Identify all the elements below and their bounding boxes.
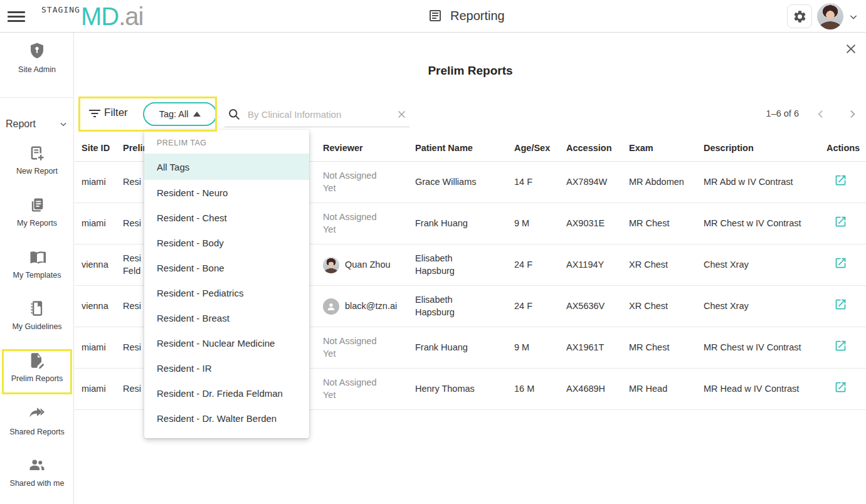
cell-reviewer: Quan Zhou [345, 259, 391, 271]
cell-age-sex: 9 M [514, 342, 566, 354]
cell-age-sex: 16 M [514, 383, 566, 396]
launch-icon[interactable] [834, 256, 847, 270]
cell-exam: XR Chest [629, 259, 704, 271]
sidebar-item-my-reports[interactable]: My Reports [0, 196, 74, 228]
chevron-right-icon[interactable] [846, 108, 858, 120]
cell-patient: Frank Huang [415, 218, 468, 230]
my-templates-icon [28, 248, 46, 266]
col-actions: Actions [826, 143, 861, 153]
launch-icon[interactable] [834, 339, 847, 352]
cell-patient: Henry Thomas [415, 383, 475, 396]
chevron-down-icon[interactable] [848, 12, 858, 22]
sidebar-section-report[interactable]: Report [0, 115, 74, 134]
gear-icon [793, 9, 807, 24]
new-report-icon [28, 144, 46, 162]
sidebar-item-label: Shared Reports [9, 428, 65, 436]
dropdown-header: PRELIM TAG [144, 130, 309, 154]
dropdown-item[interactable]: Resident - Nuclear Medicine [144, 330, 309, 355]
cell-site-id: miami [82, 218, 123, 230]
sidebar-item-label: My Reports [17, 219, 57, 228]
cell-accession: AX7894W [566, 176, 629, 189]
close-icon[interactable] [843, 41, 858, 56]
chevron-left-icon[interactable] [815, 108, 827, 120]
settings-button[interactable] [787, 4, 812, 28]
cell-patient: Frank Huang [415, 342, 468, 354]
tag-filter-dropdown-button[interactable]: Tag: All [143, 102, 217, 126]
sidebar: Site Admin Report New Report My Reports … [0, 33, 74, 504]
cell-reviewer: Not Assigned Yet [323, 170, 389, 194]
cell-reviewer: Not Assigned Yet [323, 377, 389, 401]
cell-site-id: vienna [82, 300, 123, 313]
launch-icon[interactable] [834, 215, 847, 228]
sidebar-item-shared-reports[interactable]: Shared Reports [0, 404, 74, 436]
reporting-doc-icon [428, 8, 443, 23]
dropdown-item[interactable]: Resident - Dr. Walter Berden [144, 406, 309, 431]
sidebar-item-label: Shared with me [10, 479, 65, 488]
clinical-search [224, 102, 409, 127]
dropdown-item[interactable]: Resident - Chest [144, 205, 309, 230]
reporting-header: Reporting [428, 8, 505, 23]
launch-icon[interactable] [834, 174, 847, 187]
cell-patient: Elisabeth Hapsburg [415, 294, 483, 318]
cell-accession: AX9031E [566, 218, 629, 230]
cell-patient: Elisabeth Hapsburg [415, 253, 483, 277]
topbar: STAGING MD.ai Reporting [0, 0, 866, 33]
user-avatar[interactable] [817, 3, 843, 29]
sidebar-item-label: My Guidelines [12, 322, 61, 331]
my-guidelines-icon [28, 300, 46, 317]
col-age-sex: Age/Sex [514, 143, 566, 153]
chevron-down-icon [59, 120, 68, 129]
dropdown-item[interactable]: Resident - Neuro [144, 180, 309, 205]
shared-with-me-icon [28, 455, 46, 474]
sidebar-item-my-templates[interactable]: My Templates [0, 248, 74, 280]
col-reviewer: Reviewer [323, 143, 415, 153]
prelim-reports-icon [28, 352, 46, 369]
cell-site-id: miami [82, 342, 123, 354]
cell-exam: MR Head [629, 383, 704, 396]
dropdown-item[interactable]: Resident - Body [144, 230, 309, 255]
pagination-range: 1–6 of 6 [766, 108, 799, 118]
person-icon [323, 298, 339, 315]
sidebar-item-label: Prelim Reports [11, 374, 63, 383]
col-site-id: Site ID [82, 143, 123, 153]
mdai-logo: MD.ai [81, 3, 143, 31]
cell-description: MR Head w IV Contrast [704, 383, 826, 396]
cell-age-sex: 14 F [514, 176, 566, 189]
cell-description: MR Abd w IV Contrast [704, 176, 826, 189]
cell-description: Chest Xray [704, 259, 826, 271]
reviewer-avatar [323, 257, 339, 273]
cell-exam: MR Chest [629, 342, 704, 354]
cell-patient: Grace Williams [415, 176, 476, 189]
cell-reviewer: Not Assigned Yet [323, 211, 389, 236]
col-description: Description [704, 143, 826, 153]
cell-accession: AX4689H [566, 383, 629, 396]
search-input[interactable] [248, 109, 396, 120]
dropdown-item[interactable]: Resident - Breast [144, 305, 309, 330]
dropdown-item[interactable]: Resident - Pediatrics [144, 280, 309, 305]
launch-icon[interactable] [834, 298, 847, 311]
dropdown-item-all-tags[interactable]: All Tags [144, 154, 309, 180]
col-exam: Exam [629, 143, 704, 153]
prelim-tag-dropdown: PRELIM TAG All Tags Resident - Neuro Res… [144, 130, 309, 438]
sidebar-item-site-admin[interactable]: Site Admin [0, 41, 74, 74]
cell-reviewer: black@tzn.ai [345, 300, 397, 313]
sidebar-divider [0, 97, 74, 98]
sidebar-item-new-report[interactable]: New Report [0, 144, 74, 176]
sidebar-item-label: New Report [16, 167, 58, 176]
menu-icon[interactable] [8, 9, 25, 24]
cell-reviewer: Not Assigned Yet [323, 335, 389, 360]
col-patient-name: Patient Name [415, 143, 514, 153]
launch-icon[interactable] [834, 381, 847, 394]
sidebar-item-my-guidelines[interactable]: My Guidelines [0, 300, 74, 331]
clear-icon[interactable] [396, 109, 407, 120]
dropdown-item[interactable]: Resident - IR [144, 355, 309, 381]
page-title: Prelim Reports [75, 64, 866, 78]
dropdown-item[interactable]: Resident - Bone [144, 255, 309, 280]
dropdown-item[interactable]: Resident - Dr. Frieda Feldman [144, 381, 309, 406]
sidebar-item-shared-with-me[interactable]: Shared with me [0, 455, 74, 488]
cell-site-id: vienna [82, 259, 123, 271]
shield-key-icon [28, 41, 46, 60]
sidebar-item-label: My Templates [13, 271, 61, 280]
cell-exam: MR Abdomen [629, 176, 704, 189]
sidebar-item-prelim-reports[interactable]: Prelim Reports [0, 352, 74, 383]
